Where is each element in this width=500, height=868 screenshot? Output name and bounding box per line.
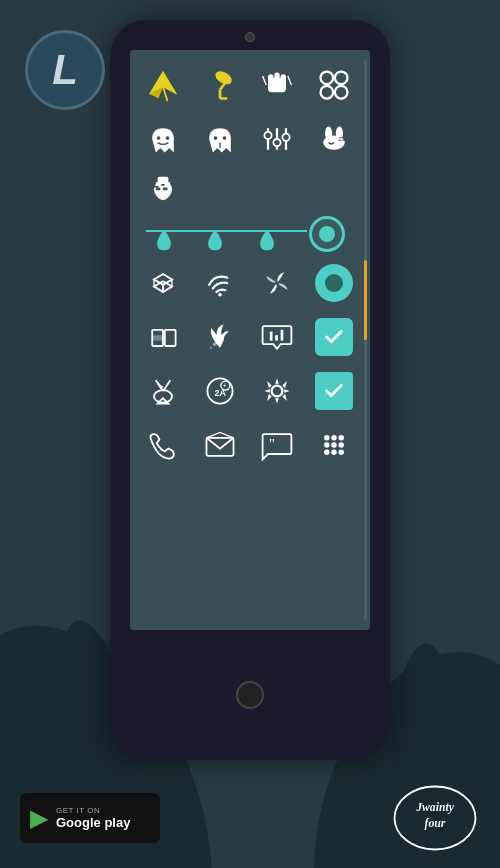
svg-point-19 <box>321 72 334 85</box>
sleeping-svg: zzz <box>316 121 352 157</box>
bird-svg <box>202 319 238 355</box>
svg-point-75 <box>339 450 344 455</box>
film-svg <box>145 319 181 355</box>
scrollbar-track <box>364 60 367 620</box>
svg-text:four: four <box>425 817 446 830</box>
svg-point-67 <box>324 435 329 440</box>
svg-rect-39 <box>154 186 159 188</box>
svg-text:+: + <box>223 382 227 389</box>
ghost-touch-svg <box>202 121 238 157</box>
svg-point-33 <box>282 134 289 141</box>
phone-call-icon[interactable] <box>138 420 188 470</box>
pinwheel-icon[interactable] <box>252 258 302 308</box>
check2-svg <box>323 380 345 402</box>
hipster-face-icon[interactable] <box>138 168 188 218</box>
icon-row-3 <box>138 168 362 218</box>
scrollbar-thumb[interactable] <box>364 260 367 340</box>
svg-point-31 <box>273 139 280 146</box>
age-svg: 2A + <box>202 373 238 409</box>
chart-svg <box>259 319 295 355</box>
svg-point-69 <box>339 435 344 440</box>
gear-svg <box>259 373 295 409</box>
quote-bubble-icon[interactable]: " <box>252 420 302 470</box>
icon-row-5 <box>138 312 362 362</box>
ghost-happy-svg <box>145 121 181 157</box>
home-button[interactable] <box>236 681 264 709</box>
icon-row-2: zzz <box>138 114 362 164</box>
checkbox-teal-icon[interactable] <box>309 312 359 362</box>
google-play-icon: ▶ <box>30 804 48 832</box>
svg-text:zzz: zzz <box>339 134 350 143</box>
water-drop-3 <box>258 228 276 252</box>
chart-bubble-icon[interactable] <box>252 312 302 362</box>
phone-camera <box>245 32 255 42</box>
checkbox-teal-square <box>315 372 353 410</box>
record-circle <box>315 264 353 302</box>
fist-svg <box>259 67 295 103</box>
svg-text:Jwainty: Jwainty <box>415 801 454 814</box>
svg-point-50 <box>275 281 279 285</box>
mail-icon[interactable] <box>195 420 245 470</box>
origami-crane-icon[interactable] <box>138 60 188 110</box>
record-button-row1[interactable] <box>309 216 345 252</box>
plant-svg <box>145 373 181 409</box>
plant-pot-icon[interactable] <box>138 366 188 416</box>
film-strip-icon[interactable] <box>138 312 188 362</box>
svg-rect-57 <box>275 335 278 340</box>
icon-row-1 <box>138 60 362 110</box>
quote-svg: " <box>259 427 295 463</box>
mail-svg <box>202 427 238 463</box>
ghost-touch-icon[interactable] <box>195 114 245 164</box>
svg-marker-45 <box>154 274 172 285</box>
dots-svg <box>316 427 352 463</box>
google-play-badge[interactable]: ▶ GET IT ON Google play <box>20 793 160 843</box>
circles-svg <box>316 67 352 103</box>
checkbox-round-teal <box>315 318 353 356</box>
equalizer-icon[interactable] <box>252 114 302 164</box>
svg-rect-52 <box>165 330 176 346</box>
ghost-happy-icon[interactable] <box>138 114 188 164</box>
svg-text:": " <box>269 436 275 452</box>
svg-point-23 <box>157 136 161 140</box>
checkbox-square-icon[interactable] <box>309 366 359 416</box>
svg-point-20 <box>335 72 348 85</box>
check-svg <box>323 326 345 348</box>
svg-point-68 <box>331 435 336 440</box>
fist-pump-icon[interactable] <box>252 60 302 110</box>
pinwheel-svg <box>259 265 295 301</box>
age-verify-icon[interactable]: 2A + <box>195 366 245 416</box>
settings-gear-icon[interactable] <box>252 366 302 416</box>
brand-logo: Jwainty four <box>390 783 480 853</box>
svg-point-22 <box>335 86 348 99</box>
svg-point-49 <box>218 293 222 297</box>
dots-grid-icon[interactable] <box>309 420 359 470</box>
dropbox-svg <box>145 265 181 301</box>
hipster-svg <box>145 175 181 211</box>
svg-rect-41 <box>156 188 161 191</box>
svg-point-64 <box>272 386 283 397</box>
google-play-label: Google play <box>56 815 130 830</box>
svg-point-73 <box>324 450 329 455</box>
svg-rect-58 <box>281 330 284 341</box>
record-btn-icon[interactable] <box>309 258 359 308</box>
get-it-on-label: GET IT ON <box>56 806 130 815</box>
flaming-bird-icon[interactable] <box>195 312 245 362</box>
svg-point-21 <box>321 86 334 99</box>
circles-connected-icon[interactable] <box>309 60 359 110</box>
phone-top <box>110 20 390 42</box>
svg-rect-16 <box>281 74 286 81</box>
wifi-arc-icon[interactable] <box>195 258 245 308</box>
svg-point-74 <box>331 450 336 455</box>
desk-lamp-icon[interactable] <box>195 60 245 110</box>
svg-rect-14 <box>268 74 273 81</box>
icon-row-4 <box>138 258 362 308</box>
svg-rect-44 <box>158 177 169 183</box>
svg-point-54 <box>213 342 217 346</box>
dropbox-icon[interactable] <box>138 258 188 308</box>
letter-circle: L <box>25 30 105 110</box>
sleeping-rabbit-icon[interactable]: zzz <box>309 114 359 164</box>
svg-line-18 <box>288 76 292 85</box>
svg-point-71 <box>331 442 336 447</box>
origami-svg <box>145 67 181 103</box>
water-drop-1 <box>155 228 173 252</box>
